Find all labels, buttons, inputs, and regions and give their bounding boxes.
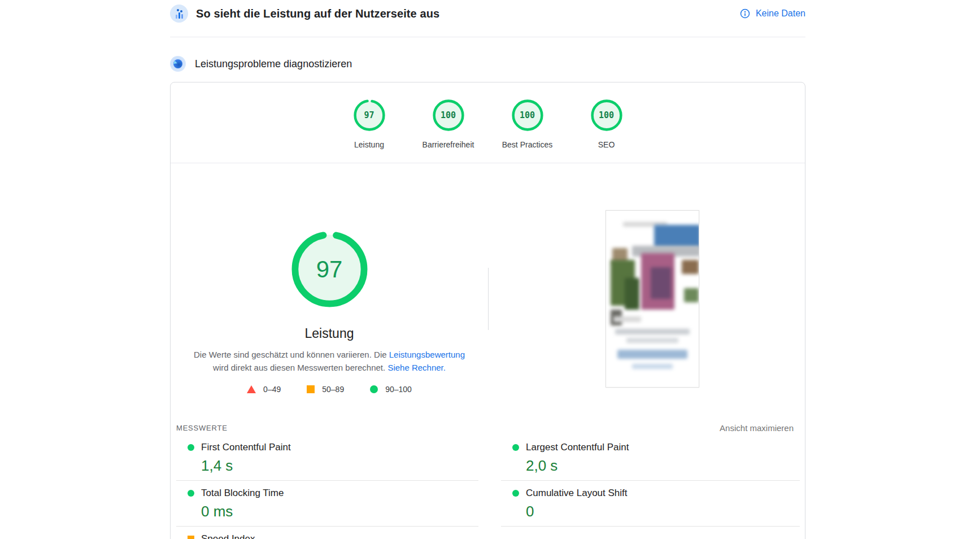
score-value: 100	[590, 99, 623, 132]
performance-gauge-column: 97 Leistung Die Werte sind geschätzt und…	[171, 163, 488, 394]
page-content: So sieht die Leistung auf der Nutzerseit…	[170, 0, 805, 539]
performance-gauge[interactable]: 97	[290, 229, 369, 309]
metric-largest-contentful-paint: Largest Contentful Paint 2,0 s	[501, 435, 800, 481]
performance-description: Die Werte sind geschätzt und können vari…	[190, 348, 468, 374]
metric-name: Speed Index	[201, 533, 255, 539]
thumb-blur-block	[682, 260, 699, 274]
metric-name: Largest Contentful Paint	[526, 442, 629, 453]
thumb-blur-block	[626, 338, 678, 343]
expand-view-button[interactable]: Ansicht maximieren	[720, 423, 794, 433]
page-screenshot-thumbnail	[606, 210, 699, 388]
score-gauge: 100	[432, 99, 465, 132]
pass-circle-icon	[188, 490, 194, 497]
score-gauge: 100	[511, 99, 544, 132]
score-value: 100	[511, 99, 544, 132]
metric-value: 0	[526, 502, 800, 520]
metric-first-contentful-paint: First Contentful Paint 1,4 s	[176, 435, 478, 481]
metric-name: First Contentful Paint	[201, 442, 291, 453]
performance-detail-area: 97 Leistung Die Werte sind geschätzt und…	[171, 163, 805, 416]
score-label: SEO	[598, 140, 615, 149]
legend-label: 50–89	[322, 385, 344, 394]
thumb-blur-block	[632, 364, 673, 368]
green-circle-icon	[370, 385, 378, 393]
diagnose-title: Leistungsprobleme diagnostizieren	[195, 58, 352, 70]
thumb-blur-block	[613, 316, 641, 321]
field-data-icon-bar	[178, 12, 180, 19]
metrics-header-row: MESSWERTE Ansicht maximieren	[171, 420, 805, 435]
description-text: Die Werte sind geschätzt und können vari…	[194, 350, 389, 359]
header-divider	[170, 37, 805, 37]
legend-item-fail: 0–49	[247, 385, 281, 394]
metrics-grid-spacer	[501, 527, 800, 539]
metric-name: Total Blocking Time	[201, 488, 284, 499]
legend-label: 0–49	[263, 385, 281, 394]
performance-gauge-label: Leistung	[305, 326, 354, 341]
field-data-title: So sieht die Leistung auf der Nutzerseit…	[196, 7, 439, 20]
metric-value: 0 ms	[201, 502, 478, 520]
score-label: Leistung	[354, 140, 384, 149]
pass-circle-icon	[512, 490, 519, 497]
score-item-accessibility[interactable]: 100 Barrierefreiheit	[409, 99, 488, 149]
metric-value: 1,4 s	[201, 457, 478, 475]
score-value: 100	[432, 99, 465, 132]
metric-cumulative-layout-shift: Cumulative Layout Shift 0	[501, 481, 800, 527]
metrics-heading: MESSWERTE	[176, 424, 228, 432]
lighthouse-icon	[170, 56, 186, 72]
field-data-icon-dot	[180, 10, 182, 12]
thumb-blur-block	[625, 278, 639, 310]
vertical-divider	[488, 268, 489, 330]
field-data-header: So sieht die Leistung auf der Nutzerseit…	[170, 0, 805, 27]
average-square-icon	[188, 536, 194, 539]
performance-gauge-value: 97	[290, 229, 369, 309]
metrics-grid: First Contentful Paint 1,4 s Largest Con…	[171, 435, 805, 539]
metric-name: Cumulative Layout Shift	[526, 488, 628, 499]
calculator-link[interactable]: Siehe Rechner.	[387, 363, 446, 372]
orange-square-icon	[307, 385, 315, 393]
metric-speed-index: Speed Index	[176, 527, 478, 539]
legend-item-pass: 90–100	[370, 385, 412, 394]
thumb-blur-block	[684, 288, 699, 302]
score-summary-row: 97 Leistung 100 Barrierefreiheit	[171, 82, 805, 163]
pass-circle-icon	[188, 444, 194, 451]
score-label: Barrierefreiheit	[423, 140, 474, 149]
red-triangle-icon	[247, 385, 256, 393]
scoring-link[interactable]: Leistungsbewertung	[389, 350, 465, 359]
info-icon	[740, 8, 750, 19]
lighthouse-report-card: 97 Leistung 100 Barrierefreiheit	[170, 82, 805, 539]
score-item-performance[interactable]: 97 Leistung	[330, 99, 409, 149]
score-gauge: 97	[353, 99, 386, 132]
score-legend: 0–49 50–89 90–100	[247, 385, 412, 394]
description-text: wird direkt aus diesen Messwerten berech…	[213, 363, 387, 372]
metric-total-blocking-time: Total Blocking Time 0 ms	[176, 481, 478, 527]
field-data-icon-bar	[181, 14, 183, 19]
score-label: Best Practices	[502, 140, 552, 149]
field-data-header-left: So sieht die Leistung auf der Nutzerseit…	[170, 5, 439, 23]
score-item-seo[interactable]: 100 SEO	[567, 99, 646, 149]
thumb-blur-block	[617, 350, 688, 359]
pass-circle-icon	[512, 444, 519, 451]
no-data-label: Keine Daten	[756, 8, 805, 19]
thumb-blur-block	[654, 225, 699, 248]
field-data-icon-dot	[177, 9, 179, 11]
score-value: 97	[353, 99, 386, 132]
legend-item-average: 50–89	[307, 385, 344, 394]
thumb-blur-block	[651, 267, 671, 299]
score-gauge: 100	[590, 99, 623, 132]
field-data-icon	[170, 5, 188, 23]
score-item-best-practices[interactable]: 100 Best Practices	[488, 99, 567, 149]
diagnose-header: Leistungsprobleme diagnostizieren	[170, 55, 805, 73]
field-data-icon-bar	[176, 15, 177, 19]
no-data-link[interactable]: Keine Daten	[740, 8, 805, 19]
metric-value: 2,0 s	[526, 457, 800, 475]
thumb-blur-block	[615, 329, 689, 334]
legend-label: 90–100	[385, 385, 412, 394]
